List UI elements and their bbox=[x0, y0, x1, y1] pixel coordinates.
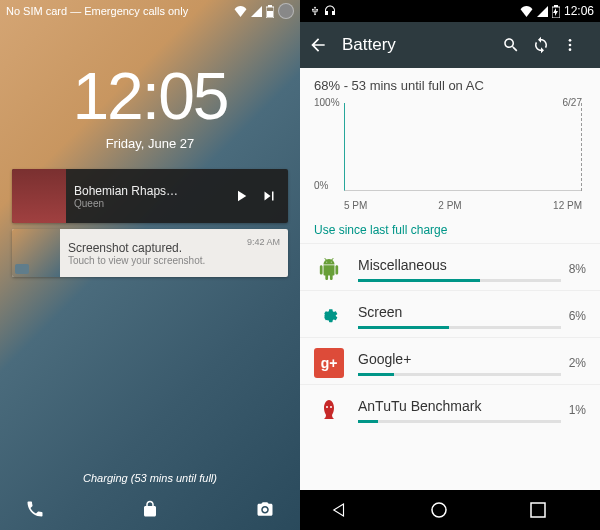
status-time: 12:06 bbox=[564, 4, 594, 18]
notification-stack: Bohemian Rhaps… Queen Screenshot capture… bbox=[12, 169, 288, 277]
battery-summary: 68% - 53 mins until full on AC bbox=[300, 68, 600, 97]
android-icon bbox=[314, 254, 344, 284]
nav-recents-icon[interactable] bbox=[530, 502, 570, 518]
battery-settings-panel: 12:06 Battery 68% - 53 mins until full o… bbox=[300, 0, 600, 530]
usage-pct: 1% bbox=[569, 403, 586, 417]
appbar-title: Battery bbox=[342, 35, 502, 55]
next-track-icon[interactable] bbox=[260, 187, 278, 205]
screenshot-sub: Touch to view your screenshot. bbox=[68, 255, 239, 266]
usb-icon bbox=[310, 5, 320, 17]
chart-x-0: 5 PM bbox=[344, 200, 367, 211]
lockscreen-panel: No SIM card — Emergency calls only 12:05… bbox=[0, 0, 300, 530]
refresh-icon[interactable] bbox=[532, 36, 562, 54]
more-icon[interactable] bbox=[562, 36, 592, 54]
svg-point-7 bbox=[569, 48, 572, 51]
chart-y-100: 100% bbox=[314, 97, 340, 108]
lockscreen-shortcut-row bbox=[0, 496, 300, 522]
chart-projection-line bbox=[581, 103, 582, 191]
usage-name: Screen bbox=[358, 304, 561, 320]
svg-rect-11 bbox=[531, 503, 545, 517]
sim-status-text: No SIM card — Emergency calls only bbox=[6, 5, 188, 17]
charging-status: Charging (53 mins until full) bbox=[0, 472, 300, 484]
screenshot-thumb-icon bbox=[12, 229, 60, 277]
headphones-icon bbox=[324, 5, 336, 17]
music-notification[interactable]: Bohemian Rhaps… Queen bbox=[12, 169, 288, 223]
usage-item-antutu[interactable]: AnTuTu Benchmark 1% bbox=[300, 384, 600, 431]
svg-point-10 bbox=[432, 503, 446, 517]
usage-name: AnTuTu Benchmark bbox=[358, 398, 561, 414]
wifi-icon bbox=[520, 6, 533, 17]
usage-pct: 8% bbox=[569, 262, 586, 276]
chart-y-0: 0% bbox=[314, 180, 328, 191]
chart-x-2: 12 PM bbox=[553, 200, 582, 211]
lock-icon[interactable] bbox=[137, 496, 163, 522]
status-bar-right: 12:06 bbox=[300, 0, 600, 22]
status-bar-left: No SIM card — Emergency calls only bbox=[0, 0, 300, 22]
since-full-charge-label: Use since last full charge bbox=[300, 215, 600, 243]
svg-rect-1 bbox=[268, 5, 272, 7]
phone-icon[interactable] bbox=[22, 496, 48, 522]
clock-time: 12:05 bbox=[0, 58, 300, 134]
navigation-bar bbox=[300, 490, 600, 530]
user-avatar-icon[interactable] bbox=[278, 3, 294, 19]
app-bar: Battery bbox=[300, 22, 600, 68]
screenshot-title: Screenshot captured. bbox=[68, 241, 239, 255]
wifi-icon bbox=[234, 6, 247, 17]
chart-x-1: 2 PM bbox=[438, 200, 461, 211]
antutu-icon bbox=[314, 395, 344, 425]
googleplus-icon: g+ bbox=[314, 348, 344, 378]
nav-back-icon[interactable] bbox=[330, 501, 370, 519]
svg-rect-4 bbox=[554, 5, 558, 7]
screenshot-notification[interactable]: Screenshot captured. Touch to view your … bbox=[12, 229, 288, 277]
signal-icon bbox=[251, 6, 262, 17]
clock-date: Friday, June 27 bbox=[0, 136, 300, 151]
usage-item-miscellaneous[interactable]: Miscellaneous 8% bbox=[300, 243, 600, 290]
svg-point-6 bbox=[569, 44, 572, 47]
lockscreen-clock: 12:05 Friday, June 27 bbox=[0, 58, 300, 151]
screen-icon bbox=[314, 301, 344, 331]
svg-point-9 bbox=[330, 406, 332, 408]
nav-home-icon[interactable] bbox=[430, 501, 470, 519]
usage-name: Google+ bbox=[358, 351, 561, 367]
battery-icon bbox=[266, 5, 274, 18]
music-artist: Queen bbox=[74, 198, 224, 209]
album-art-icon bbox=[12, 169, 66, 223]
camera-icon[interactable] bbox=[252, 496, 278, 522]
signal-icon bbox=[537, 6, 548, 17]
battery-chart[interactable]: 100% 0% 6/27 5 PM 2 PM 12 PM bbox=[314, 97, 586, 213]
svg-rect-2 bbox=[267, 11, 273, 17]
usage-pct: 2% bbox=[569, 356, 586, 370]
usage-pct: 6% bbox=[569, 309, 586, 323]
music-title: Bohemian Rhaps… bbox=[74, 184, 224, 198]
svg-point-8 bbox=[326, 406, 328, 408]
usage-item-googleplus[interactable]: g+ Google+ 2% bbox=[300, 337, 600, 384]
search-icon[interactable] bbox=[502, 36, 532, 54]
play-icon[interactable] bbox=[232, 187, 250, 205]
back-icon[interactable] bbox=[308, 35, 328, 55]
battery-charging-icon bbox=[552, 5, 560, 18]
chart-grid bbox=[344, 103, 582, 191]
screenshot-time: 9:42 AM bbox=[247, 237, 288, 247]
usage-list: Miscellaneous 8% Screen 6% g+ Google+ 2%… bbox=[300, 243, 600, 431]
usage-item-screen[interactable]: Screen 6% bbox=[300, 290, 600, 337]
usage-name: Miscellaneous bbox=[358, 257, 561, 273]
svg-point-5 bbox=[569, 39, 572, 42]
